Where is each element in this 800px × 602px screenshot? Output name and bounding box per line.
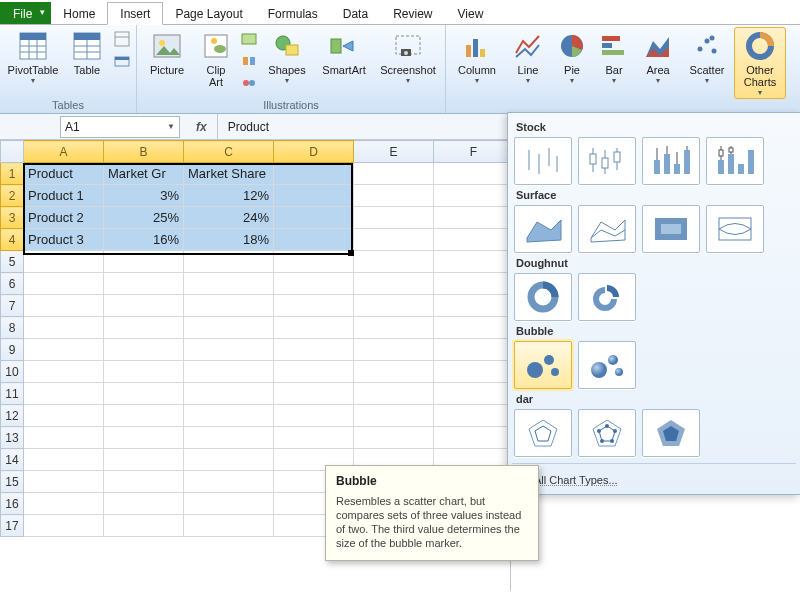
surface-type-2[interactable] bbox=[578, 205, 636, 253]
cell-F8[interactable] bbox=[434, 317, 514, 339]
tab-home[interactable]: Home bbox=[50, 2, 108, 24]
cell-B11[interactable] bbox=[104, 383, 184, 405]
cell-A12[interactable] bbox=[24, 405, 104, 427]
cell-D1[interactable] bbox=[274, 163, 354, 185]
smartart-button[interactable]: SmartArt bbox=[315, 27, 373, 99]
row-header-11[interactable]: 11 bbox=[1, 383, 24, 405]
cell-D5[interactable] bbox=[274, 251, 354, 273]
col-header-B[interactable]: B bbox=[104, 141, 184, 163]
row-header-12[interactable]: 12 bbox=[1, 405, 24, 427]
cell-B8[interactable] bbox=[104, 317, 184, 339]
pie-chart-button[interactable]: Pie▾ bbox=[552, 27, 592, 99]
cell-F5[interactable] bbox=[434, 251, 514, 273]
cell-F9[interactable] bbox=[434, 339, 514, 361]
cell-F6[interactable] bbox=[434, 273, 514, 295]
cell-C8[interactable] bbox=[184, 317, 274, 339]
select-all-corner[interactable] bbox=[1, 141, 24, 163]
cell-A7[interactable] bbox=[24, 295, 104, 317]
screenshot-button[interactable]: Screenshot ▾ bbox=[375, 27, 441, 99]
cell-A15[interactable] bbox=[24, 471, 104, 493]
small-icon-2[interactable] bbox=[112, 51, 132, 71]
table-button[interactable]: Table bbox=[64, 27, 110, 99]
cell-F3[interactable] bbox=[434, 207, 514, 229]
cell-D4[interactable] bbox=[274, 229, 354, 251]
radar-type-3[interactable] bbox=[642, 409, 700, 457]
cell-E13[interactable] bbox=[354, 427, 434, 449]
row-header-14[interactable]: 14 bbox=[1, 449, 24, 471]
all-chart-types-link[interactable]: All Chart Types... bbox=[514, 470, 794, 488]
cell-C17[interactable] bbox=[184, 515, 274, 537]
area-chart-button[interactable]: Area▾ bbox=[636, 27, 680, 99]
line-chart-button[interactable]: Line▾ bbox=[506, 27, 550, 99]
cell-E11[interactable] bbox=[354, 383, 434, 405]
cell-B10[interactable] bbox=[104, 361, 184, 383]
cell-E3[interactable] bbox=[354, 207, 434, 229]
radar-type-2[interactable] bbox=[578, 409, 636, 457]
cell-E1[interactable] bbox=[354, 163, 434, 185]
row-header-8[interactable]: 8 bbox=[1, 317, 24, 339]
bar-chart-button[interactable]: Bar▾ bbox=[594, 27, 634, 99]
cell-B17[interactable] bbox=[104, 515, 184, 537]
tab-review[interactable]: Review bbox=[380, 2, 445, 24]
cell-F10[interactable] bbox=[434, 361, 514, 383]
row-header-10[interactable]: 10 bbox=[1, 361, 24, 383]
row-header-6[interactable]: 6 bbox=[1, 273, 24, 295]
bubble-type-2[interactable] bbox=[578, 341, 636, 389]
cell-E8[interactable] bbox=[354, 317, 434, 339]
cell-B1[interactable]: Market Gr bbox=[104, 163, 184, 185]
cell-D11[interactable] bbox=[274, 383, 354, 405]
cell-F13[interactable] bbox=[434, 427, 514, 449]
cell-A2[interactable]: Product 1 bbox=[24, 185, 104, 207]
cell-D6[interactable] bbox=[274, 273, 354, 295]
cell-C9[interactable] bbox=[184, 339, 274, 361]
cell-F7[interactable] bbox=[434, 295, 514, 317]
cell-A6[interactable] bbox=[24, 273, 104, 295]
cell-C1[interactable]: Market Share bbox=[184, 163, 274, 185]
name-box[interactable]: A1 ▼ bbox=[60, 116, 180, 138]
cell-A17[interactable] bbox=[24, 515, 104, 537]
cell-B2[interactable]: 3% bbox=[104, 185, 184, 207]
bubble-type-1[interactable] bbox=[514, 341, 572, 389]
clipart-button[interactable]: Clip Art bbox=[195, 27, 237, 99]
shapes-button[interactable]: Shapes ▾ bbox=[261, 27, 313, 99]
cell-D12[interactable] bbox=[274, 405, 354, 427]
cell-D8[interactable] bbox=[274, 317, 354, 339]
cell-F12[interactable] bbox=[434, 405, 514, 427]
row-header-3[interactable]: 3 bbox=[1, 207, 24, 229]
cell-A1[interactable]: Product bbox=[24, 163, 104, 185]
row-header-15[interactable]: 15 bbox=[1, 471, 24, 493]
cell-B3[interactable]: 25% bbox=[104, 207, 184, 229]
cell-C10[interactable] bbox=[184, 361, 274, 383]
small-icon-1[interactable] bbox=[112, 29, 132, 49]
cell-B4[interactable]: 16% bbox=[104, 229, 184, 251]
doughnut-type-1[interactable] bbox=[514, 273, 572, 321]
row-header-17[interactable]: 17 bbox=[1, 515, 24, 537]
col-header-F[interactable]: F bbox=[434, 141, 514, 163]
other-charts-button[interactable]: Other Charts▾ bbox=[734, 27, 786, 99]
column-chart-button[interactable]: Column▾ bbox=[450, 27, 504, 99]
cell-A11[interactable] bbox=[24, 383, 104, 405]
row-header-1[interactable]: 1 bbox=[1, 163, 24, 185]
cell-B16[interactable] bbox=[104, 493, 184, 515]
cell-F11[interactable] bbox=[434, 383, 514, 405]
cell-B13[interactable] bbox=[104, 427, 184, 449]
cell-C2[interactable]: 12% bbox=[184, 185, 274, 207]
col-header-C[interactable]: C bbox=[184, 141, 274, 163]
name-box-dropdown-icon[interactable]: ▼ bbox=[167, 122, 175, 131]
cell-B6[interactable] bbox=[104, 273, 184, 295]
cell-E6[interactable] bbox=[354, 273, 434, 295]
cell-A16[interactable] bbox=[24, 493, 104, 515]
cell-D10[interactable] bbox=[274, 361, 354, 383]
cell-F4[interactable] bbox=[434, 229, 514, 251]
cell-C6[interactable] bbox=[184, 273, 274, 295]
cell-B7[interactable] bbox=[104, 295, 184, 317]
cell-C13[interactable] bbox=[184, 427, 274, 449]
radar-type-1[interactable] bbox=[514, 409, 572, 457]
cell-C4[interactable]: 18% bbox=[184, 229, 274, 251]
pivot-table-button[interactable]: PivotTable ▾ bbox=[4, 27, 62, 99]
stock-type-1[interactable] bbox=[514, 137, 572, 185]
cell-D13[interactable] bbox=[274, 427, 354, 449]
cell-C5[interactable] bbox=[184, 251, 274, 273]
cell-E12[interactable] bbox=[354, 405, 434, 427]
doughnut-type-2[interactable] bbox=[578, 273, 636, 321]
